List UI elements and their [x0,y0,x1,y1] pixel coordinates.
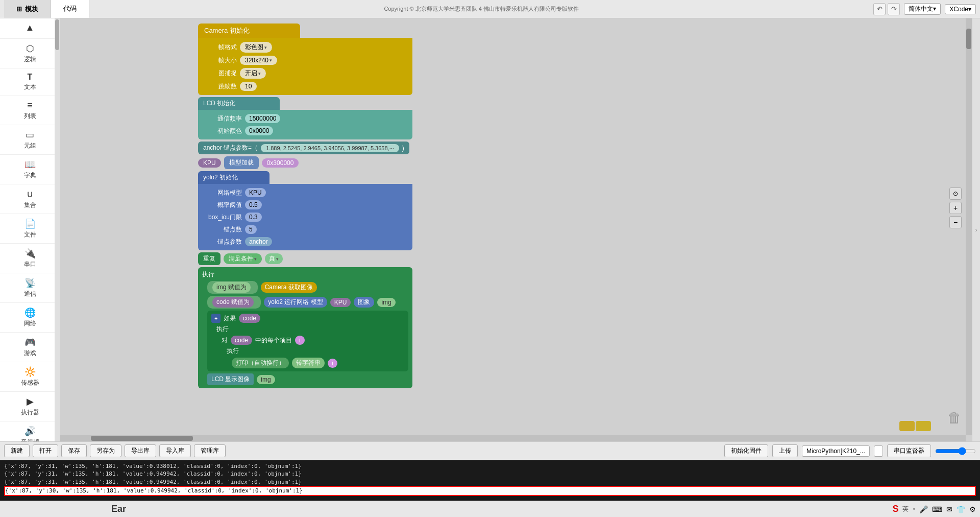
sidebar-item-serial[interactable]: 🔌 串口 [0,244,60,273]
kpu-pill-sm[interactable]: KPU [330,298,351,307]
lang-selector[interactable]: 简体中文▾ [904,3,941,15]
editor-selector[interactable]: XCode▾ [945,4,976,14]
sidebar-item-sensor[interactable]: 🔆 传感器 [0,362,60,392]
img-pill-sm[interactable]: img [377,298,395,307]
kpu-address[interactable]: 0x300000 [262,158,299,168]
image-label: 图象 [354,297,374,308]
new-button[interactable]: 新建 [4,444,30,457]
save-as-button[interactable]: 另存为 [90,444,121,457]
collapse-arrow[interactable]: › [975,227,977,233]
sidebar-item-set[interactable]: ∪ 集合 [0,184,60,214]
status-icon-keyboard[interactable]: ⌨ [932,505,942,513]
status-icon-gear[interactable]: ⚙ [969,505,976,513]
app: ⊞ 模块 代码 Copyright © 北京师范大学米思齐团队 4 佛山市特爱乐… [0,0,980,517]
undo-button[interactable]: ↶ [873,3,886,15]
sidebar: ▲ ⬡ 逻辑 T 文本 ≡ 列表 ▭ 元组 📖 字典 [0,18,60,441]
workspace-scrollbar-v[interactable] [966,18,972,435]
frame-capture-row: 图捕捉 开启▾ [202,67,408,80]
anchor-value[interactable]: 1.889, 2.5245, 2.9465, 3.94056, 3.99987,… [261,144,399,152]
trash-icon[interactable]: 🗑 [947,409,962,426]
lcd-freq-value[interactable]: 15000000 [245,114,280,123]
frame-size-value[interactable]: 320x240▾ [240,56,277,65]
import-button[interactable]: 导入库 [159,444,191,457]
sensor-icon: 🔆 [24,366,36,378]
status-icon-dot: • [913,505,915,513]
yolo-anchor-param-value[interactable]: anchor [245,237,272,246]
workspace-scrollbar-h[interactable] [60,435,966,441]
for-code-pill[interactable]: code [231,336,252,345]
sidebar-item-av[interactable]: 🔊 音视频 [0,421,60,441]
sidebar-item-scroll-up[interactable]: ▲ [0,18,60,39]
camera-init-block: Camera 初始化 帧格式 彩色图▾ 帧大小 320x240▾ [198,24,412,95]
zoom-slider[interactable] [935,447,976,455]
code-tab[interactable]: 代码 [51,0,89,18]
tostr-pill[interactable]: 转字符串 [292,358,325,368]
sidebar-item-file[interactable]: 📄 文件 [0,214,60,244]
yolo-iou-value[interactable]: 0.3 [245,213,262,222]
export-button[interactable]: 导出库 [125,444,156,457]
code-pill-label: code 赋值为 [212,297,254,308]
status-icon-mail[interactable]: ✉ [946,505,952,513]
sidebar-label-list: 列表 [24,112,36,121]
lcd-show-block[interactable]: LCD 显示图像 [207,373,254,385]
console[interactable]: {'x':87, 'y':31, 'w':135, 'h':181, 'valu… [0,460,980,501]
actuator-icon: ▶ [27,396,34,407]
fps-value[interactable]: 10 [240,82,257,91]
sidebar-item-list[interactable]: ≡ 列表 [0,96,60,125]
zoom-fit-button[interactable]: ⊙ [949,187,962,200]
dict-icon: 📖 [24,159,36,170]
yolo-net-label: 网络模型 [206,189,242,197]
sidebar-item-text[interactable]: T 文本 [0,68,60,96]
init-firmware-button[interactable]: 初始化固件 [724,444,768,457]
workspace[interactable]: Camera 初始化 帧格式 彩色图▾ 帧大小 320x240▾ [60,18,972,441]
if-code-pill[interactable]: code [239,314,260,323]
zoom-in-button[interactable]: + [949,202,962,214]
code-assign-block[interactable]: code 赋值为 [207,296,261,309]
status-icon-shirt[interactable]: 👕 [957,505,965,513]
frame-format-value[interactable]: 彩色图▾ [240,42,272,53]
true-pill[interactable]: 真▾ [265,253,283,264]
sidebar-item-network[interactable]: 🌐 网络 [0,303,60,333]
yolo-net-value[interactable]: KPU [245,188,266,197]
status-icon-lang[interactable]: 英 [902,505,909,513]
upload-button[interactable]: 上传 [772,444,798,457]
i-pill-2[interactable]: i [328,359,337,368]
sidebar-item-comm[interactable]: 📡 通信 [0,273,60,303]
tuple-icon: ▭ [26,129,34,140]
if-row: ✦ 如果 code [211,314,404,323]
frame-capture-label: 图捕捉 [206,69,237,78]
kpu-pill[interactable]: KPU [198,158,221,168]
lcd-header: LCD 初始化 [198,97,280,110]
zoom-out-button[interactable]: − [949,216,962,228]
manage-button[interactable]: 管理库 [194,444,226,457]
redo-button[interactable]: ↷ [888,3,900,15]
yolo-run-pill[interactable]: yolo2 运行网络 模型 [264,297,327,308]
save-button[interactable]: 保存 [61,444,87,457]
sidebar-item-game[interactable]: 🎮 游戏 [0,333,60,362]
frame-capture-value[interactable]: 开启▾ [240,68,266,79]
sidebar-item-actuator[interactable]: ▶ 执行器 [0,392,60,421]
status-icon-mic[interactable]: 🎤 [919,505,928,513]
img-assign-block[interactable]: img 赋值为 [207,281,258,294]
sidebar-scrollbar[interactable] [55,18,60,441]
module-tab[interactable]: ⊞ 模块 [4,0,51,18]
serial-monitor-button[interactable]: 串口监督器 [887,444,931,457]
yolo-prob-value[interactable]: 0.5 [245,200,262,209]
console-line-highlighted[interactable]: {'x':87, 'y':30, 'w':135, 'h':181, 'valu… [4,486,976,496]
sidebar-item-logic[interactable]: ⬡ 逻辑 [0,39,60,68]
yolo-anchor-count-value[interactable]: 5 [245,225,257,234]
device-selector[interactable]: MicroPython[K210_... [802,445,870,457]
sidebar-label-comm: 通信 [24,290,36,298]
camera-get-pill[interactable]: Camera 获取图像 [261,282,317,293]
i-pill[interactable]: i [295,336,305,345]
port-selector[interactable] [874,445,883,457]
condition-pill[interactable]: 满足条件▾ [224,253,262,264]
lcd-show-img[interactable]: img [257,375,275,384]
sidebar-item-dict[interactable]: 📖 字典 [0,155,60,184]
sidebar-item-tuple[interactable]: ▭ 元组 [0,125,60,155]
copyright-text: Copyright © 北京师范大学米思齐团队 4 佛山市特爱乐机器人有限公司专… [384,5,579,13]
lcd-color-value[interactable]: 0x0000 [245,126,273,135]
open-button[interactable]: 打开 [33,444,58,457]
print-pill[interactable]: 打印（自动换行） [232,358,289,368]
true-dropdown: ▾ [276,256,279,262]
